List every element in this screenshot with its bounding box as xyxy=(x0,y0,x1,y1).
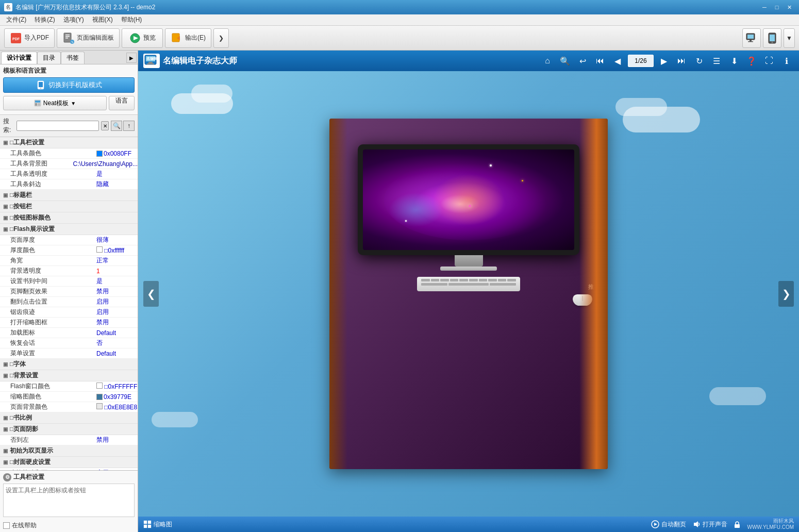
maximize-button[interactable]: □ xyxy=(771,3,783,12)
page-number-input[interactable] xyxy=(628,55,654,67)
nav-undo-button[interactable]: ↩ xyxy=(575,54,590,68)
prop-restore-session[interactable]: 恢复会话 否 xyxy=(0,338,138,348)
monitor-view-button[interactable] xyxy=(742,28,761,48)
thumbnail-button[interactable]: 缩略图 xyxy=(143,520,172,529)
key-wide xyxy=(421,283,447,286)
close-button[interactable]: ✕ xyxy=(784,3,795,12)
nav-download-button[interactable]: ⬇ xyxy=(727,54,741,68)
prop-load-icon[interactable]: 加载图标 Default xyxy=(0,328,138,338)
shadow-group-header[interactable]: ▣ □页面阴影 xyxy=(0,424,138,435)
nav-list-button[interactable]: ☰ xyxy=(709,54,724,68)
monitor-icon xyxy=(746,32,757,44)
lock-button[interactable] xyxy=(734,520,741,528)
search-extra-button[interactable]: ↑ xyxy=(123,121,135,131)
mac-display-area xyxy=(358,144,579,291)
prop-toolbar-bevel[interactable]: 工具条斜边 隐藏 xyxy=(0,179,138,190)
nav-next-button[interactable]: ▶ xyxy=(657,54,671,68)
output-button[interactable]: 输出(E) xyxy=(165,28,211,48)
prop-toolbar-opacity[interactable]: 工具条透明度 是 xyxy=(0,169,138,179)
shadow-group[interactable]: ▣ □页面阴影 否到左 禁用 xyxy=(0,424,138,445)
flash-settings-header[interactable]: ▣ □Flash展示设置 xyxy=(0,224,138,235)
template-button[interactable]: Neat模板 ▼ xyxy=(3,96,107,110)
prop-footer-flip[interactable]: 页脚翻页效果 禁用 xyxy=(0,287,138,297)
tab-design-settings[interactable]: 设计设置 xyxy=(1,52,37,64)
import-pdf-button[interactable]: PDF 导入PDF xyxy=(4,28,55,48)
nav-rotate-button[interactable]: ↻ xyxy=(692,54,706,68)
flash-settings-group[interactable]: ▣ □Flash展示设置 页面厚度 很薄 厚度颜色 □0xffffff 角宽 xyxy=(0,224,138,359)
prop-flip-to-click[interactable]: 翻到点击位置 启用 xyxy=(0,297,138,307)
search-clear-button[interactable]: ✕ xyxy=(101,121,109,130)
page-nav-left-button[interactable]: ❮ xyxy=(143,281,159,307)
buttonbar-group-header[interactable]: ▣ □按钮栏 xyxy=(0,201,138,212)
menu-view[interactable]: 视图(X) xyxy=(88,14,117,25)
prop-corner-width[interactable]: 角宽 正常 xyxy=(0,256,138,266)
prop-thumbnail-color[interactable]: 缩略图颜色 0x39779E xyxy=(0,392,138,402)
tab-bookmark[interactable]: 书签 xyxy=(61,52,85,64)
language-button[interactable]: 语言 xyxy=(109,96,135,110)
cover-settings-group[interactable]: ▣ □封面硬皮设置 允许快速翻页 启用 当快速翻页时显示页码 显示 翻页时间 0… xyxy=(0,457,138,470)
nav-info-button[interactable]: ℹ xyxy=(779,54,794,68)
preview-button[interactable]: 预览 xyxy=(122,28,163,48)
prop-jagged-edge[interactable]: 锯齿痕迹 启用 xyxy=(0,307,138,318)
switch-mobile-button[interactable]: 切换到手机版模式 xyxy=(3,77,135,93)
minimize-button[interactable]: ─ xyxy=(759,3,770,12)
prop-thumbnail-open[interactable]: 打开缩略图框 禁用 xyxy=(0,318,138,328)
prop-page-thickness[interactable]: 页面厚度 很薄 xyxy=(0,235,138,245)
double-page-header[interactable]: ▣ 初始为双页显示 xyxy=(0,445,138,457)
svg-rect-31 xyxy=(144,521,147,524)
prop-page-thickness-name: 页面厚度 xyxy=(10,236,96,244)
page-nav-right-button[interactable]: ❯ xyxy=(778,281,794,307)
menu-help[interactable]: 帮助(H) xyxy=(117,14,146,25)
nav-zoom-button[interactable]: 🔍 xyxy=(558,54,572,68)
sound-icon xyxy=(692,520,701,528)
online-help-checkbox[interactable] xyxy=(3,522,10,529)
toolbar-settings-header[interactable]: ▣ □工具栏设置 xyxy=(0,137,138,148)
view-dropdown-button[interactable]: ▼ xyxy=(784,28,795,48)
ratio-group-header[interactable]: ▣ □书比例 xyxy=(0,412,138,424)
cloud-6 xyxy=(709,387,766,405)
nav-home-button[interactable]: ⌂ xyxy=(540,54,555,68)
menu-convert[interactable]: 转换(Z) xyxy=(30,14,59,25)
nav-help-button[interactable]: ❓ xyxy=(744,54,759,68)
bg-settings-group[interactable]: ▣ □背景设置 Flash窗口颜色 □0xFFFFFF 缩略图颜色 0x3977… xyxy=(0,370,138,412)
buttonbar-group-label: □按钮栏 xyxy=(10,202,32,211)
menu-options[interactable]: 选项(Y) xyxy=(59,14,88,25)
prop-thumbnail-open-name: 打开缩略图框 xyxy=(10,318,96,327)
prop-thickness-color[interactable]: 厚度颜色 □0xffffff xyxy=(0,245,138,256)
sound-button[interactable]: 打开声音 xyxy=(692,520,727,529)
titlebar-group-header[interactable]: ▣ □标题栏 xyxy=(0,190,138,201)
nav-prev-button[interactable]: ◀ xyxy=(610,54,625,68)
more-button[interactable]: ❯ xyxy=(213,28,229,48)
font-group-header[interactable]: ▣ □字体 xyxy=(0,359,138,370)
prop-toolbar-color[interactable]: 工具条颜色 0x0080FF xyxy=(0,148,138,159)
prop-right-to-left[interactable]: 否到左 禁用 xyxy=(0,435,138,445)
prop-flash-window-color[interactable]: Flash窗口颜色 □0xFFFFFF xyxy=(0,381,138,392)
tab-toc[interactable]: 目录 xyxy=(37,52,61,64)
search-submit-button[interactable]: 🔍 xyxy=(111,121,122,131)
panel-collapse-button[interactable]: ▶ xyxy=(126,53,137,63)
bg-settings-header[interactable]: ▣ □背景设置 xyxy=(0,370,138,381)
prop-menu-settings[interactable]: 菜单设置 Default xyxy=(0,348,138,359)
mobile-view-button[interactable] xyxy=(763,28,781,48)
toolbar-settings-group[interactable]: ▣ □工具栏设置 工具条颜色 0x0080FF 工具条背景图 C:\Users\… xyxy=(0,137,138,190)
watermark-line2: WWW.YLMFU.COM xyxy=(747,524,794,530)
prop-bg-opacity[interactable]: 背景透明度 1 xyxy=(0,266,138,276)
nav-fullscreen-button[interactable]: ⛶ xyxy=(762,54,776,68)
nav-first-button[interactable]: ⏮ xyxy=(593,54,607,68)
nav-last-button[interactable]: ⏭ xyxy=(674,54,689,68)
menu-file[interactable]: 文件(Z) xyxy=(2,14,30,25)
prop-toolbar-bevel-name: 工具条斜边 xyxy=(10,180,96,189)
key xyxy=(498,279,507,281)
cover-settings-header[interactable]: ▣ □封面硬皮设置 xyxy=(0,457,138,468)
prop-center-book[interactable]: 设置书到中间 是 xyxy=(0,276,138,287)
prop-bg-opacity-val: 1 xyxy=(96,268,138,275)
star-2 xyxy=(405,220,407,222)
search-input[interactable] xyxy=(16,121,99,131)
prop-toolbar-bg[interactable]: 工具条背景图 C:\Users\Zhuang\App... xyxy=(0,159,138,169)
button-icon-color-group-header[interactable]: ▣ □按钮图标颜色 xyxy=(0,212,138,224)
auto-flip-button[interactable]: 自动翻页 xyxy=(651,520,686,529)
monitor-bezel xyxy=(358,144,579,255)
svg-rect-30 xyxy=(147,63,154,64)
page-edit-button[interactable]: ✎ 页面编辑面板 xyxy=(57,28,120,48)
prop-page-bg-color[interactable]: 页面背景颜色 □0xE8E8E8 xyxy=(0,402,138,412)
